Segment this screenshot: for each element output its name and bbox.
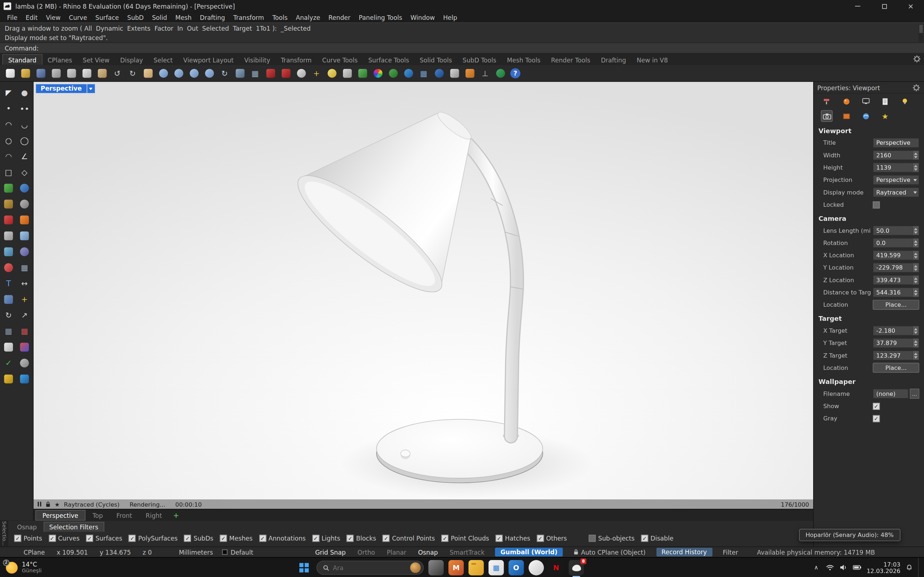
spin-down-arrow[interactable] xyxy=(914,281,918,283)
spin-up-arrow[interactable] xyxy=(914,228,918,230)
checkbox-sub-objects[interactable] xyxy=(588,535,596,542)
status-auto-cplane[interactable]: Auto CPlane (Object) xyxy=(568,548,652,556)
spin-down-arrow[interactable] xyxy=(914,343,918,346)
curve-icon[interactable]: ◠ xyxy=(1,117,16,132)
point-select-icon[interactable]: ● xyxy=(17,85,32,100)
filter-meshes[interactable]: ✓Meshes xyxy=(220,535,253,542)
panel-icon[interactable] xyxy=(1,340,16,355)
spinner-z-location[interactable] xyxy=(912,276,919,284)
zoom-selected-icon[interactable] xyxy=(187,66,201,80)
bulb-icon[interactable] xyxy=(899,95,911,107)
checkbox-blocks[interactable]: ✓ xyxy=(347,535,354,542)
ellipse-icon[interactable]: ◯ xyxy=(17,133,32,148)
curvature-icon[interactable] xyxy=(355,66,369,80)
zoom-window-icon[interactable] xyxy=(171,66,186,80)
filter-others[interactable]: ✓Others xyxy=(536,535,567,542)
menu-edit[interactable]: Edit xyxy=(22,13,42,22)
weather-widget[interactable]: 2 14°C Güneşli xyxy=(0,561,42,574)
toolbar-tab-viewport-layout[interactable]: Viewport Layout xyxy=(178,55,239,65)
shaded-sphere-icon[interactable] xyxy=(432,66,446,80)
polygon-icon[interactable]: ◇ xyxy=(17,165,32,180)
new-file-icon[interactable] xyxy=(3,66,17,80)
box-icon[interactable] xyxy=(1,197,16,211)
set-view-icon[interactable] xyxy=(233,66,247,80)
wallpaper-icon[interactable] xyxy=(840,110,852,122)
menu-window[interactable]: Window xyxy=(406,13,439,22)
field-y-target[interactable]: 37.879 xyxy=(873,338,919,348)
checkbox-subds[interactable]: ✓ xyxy=(184,535,191,542)
field-z-target[interactable]: 123.297 xyxy=(873,350,919,361)
grid-points-icon[interactable]: ▦ xyxy=(417,66,431,80)
field-lens-length-mi[interactable]: 50.0 xyxy=(873,226,919,235)
search-daily-image[interactable] xyxy=(410,562,421,573)
spinner-height[interactable] xyxy=(912,163,919,172)
field-width[interactable]: 2160 xyxy=(873,150,919,160)
single-point-icon[interactable]: • xyxy=(1,102,16,116)
hud-star-icon[interactable]: ★ xyxy=(55,501,60,508)
field-x-location[interactable]: 419.599 xyxy=(873,250,919,261)
scrollbar-thumb[interactable] xyxy=(919,25,923,33)
spin-up-arrow[interactable] xyxy=(914,289,918,292)
viewport-title[interactable]: Perspective xyxy=(36,84,87,93)
volume-icon[interactable] xyxy=(840,564,847,571)
status-toggle-osnap[interactable]: Osnap xyxy=(412,548,444,556)
rendered-lamp-model[interactable] xyxy=(34,82,813,509)
checkbox-locked[interactable] xyxy=(873,201,880,208)
hidden-icons-chevron[interactable]: ∧ xyxy=(813,564,821,571)
paint-bucket-icon[interactable] xyxy=(17,372,32,387)
checkbox-curves[interactable]: ✓ xyxy=(49,535,56,542)
menu-surface[interactable]: Surface xyxy=(91,13,123,22)
status-layer[interactable]: Default xyxy=(223,548,253,556)
help-icon[interactable]: ? xyxy=(510,68,520,78)
button-location-place[interactable]: Place... xyxy=(873,363,919,373)
menu-analyze[interactable]: Analyze xyxy=(292,13,324,22)
search-input[interactable] xyxy=(333,564,398,571)
spin-down-arrow[interactable] xyxy=(914,356,918,359)
rotate-icon[interactable]: ↻ xyxy=(1,308,16,323)
checkbox-points[interactable]: ✓ xyxy=(14,535,21,542)
filter-lights[interactable]: ✓Lights xyxy=(312,535,340,542)
magnet-icon[interactable] xyxy=(17,340,32,355)
toolbar-tab-mesh-tools[interactable]: Mesh Tools xyxy=(502,55,546,65)
spin-up-arrow[interactable] xyxy=(914,265,918,268)
status-toggle-planar[interactable]: Planar xyxy=(381,548,412,556)
viewport-title-menu[interactable]: Perspective xyxy=(36,84,95,93)
filter-control-points[interactable]: ✓Control Points xyxy=(383,535,435,542)
spin-down-arrow[interactable] xyxy=(914,156,918,158)
status-filter-button[interactable]: Filter xyxy=(717,548,744,556)
checkbox-polysurfaces[interactable]: ✓ xyxy=(129,535,136,542)
open-file-icon[interactable] xyxy=(18,66,32,80)
checkbox-surfaces[interactable]: ✓ xyxy=(86,535,93,542)
filter-point-clouds[interactable]: ✓Point Clouds xyxy=(441,535,489,542)
toolbar-tab-standard[interactable]: Standard xyxy=(3,54,43,64)
field-filename[interactable]: (none) xyxy=(873,388,909,399)
cplane-icon[interactable]: ⊥ xyxy=(478,66,492,80)
viewport-title-dropdown-icon[interactable] xyxy=(87,84,95,93)
checkbox-lights[interactable]: ✓ xyxy=(312,535,319,542)
viewport-tab-top[interactable]: Top xyxy=(86,510,110,520)
filter-curves[interactable]: ✓Curves xyxy=(49,535,80,542)
gumball-move-icon[interactable]: + xyxy=(17,292,32,307)
arc-icon[interactable]: ◠ xyxy=(1,149,16,164)
menu-view[interactable]: View xyxy=(42,13,65,22)
paint-roller-icon[interactable] xyxy=(821,95,833,107)
spin-up-arrow[interactable] xyxy=(914,340,918,342)
polyline-icon[interactable]: ∠ xyxy=(17,149,32,164)
checkbox-hatches[interactable]: ✓ xyxy=(495,535,502,542)
wifi-icon[interactable] xyxy=(825,564,834,571)
maximize-button[interactable] xyxy=(871,0,897,12)
battery-icon[interactable] xyxy=(853,565,861,570)
spinner-x-target[interactable] xyxy=(912,326,919,335)
check-mark-icon[interactable]: ✓ xyxy=(1,356,16,371)
render-icon[interactable] xyxy=(263,66,278,80)
material-ball-icon[interactable] xyxy=(840,95,852,107)
field-display-mode[interactable]: Raytraced xyxy=(873,187,919,197)
menu-subd[interactable]: SubD xyxy=(123,13,148,22)
spin-up-arrow[interactable] xyxy=(914,164,918,167)
spin-down-arrow[interactable] xyxy=(914,256,918,258)
checkbox-annotations[interactable]: ✓ xyxy=(259,535,266,542)
filter-disable[interactable]: ✓Disable xyxy=(641,535,674,542)
viewport-tab-right[interactable]: Right xyxy=(139,510,168,520)
spin-up-arrow[interactable] xyxy=(914,152,918,155)
status-units[interactable]: Millimeters xyxy=(173,548,219,556)
